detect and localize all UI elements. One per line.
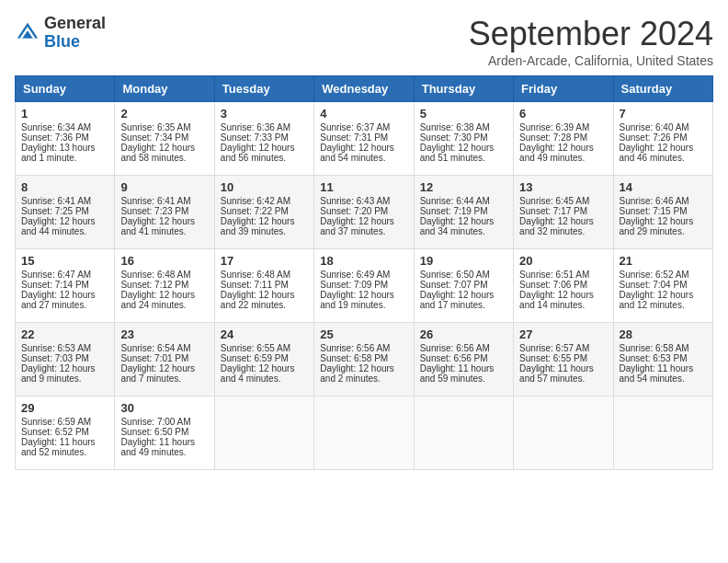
sunset-label: Sunset: 7:06 PM [519,280,587,290]
cell-day-22: 22Sunrise: 6:53 AMSunset: 7:03 PMDayligh… [16,323,115,396]
header-friday: Friday [514,76,613,102]
sunrise-label: Sunrise: 6:46 AM [620,196,689,206]
daylight-label: Daylight: 12 hours and 56 minutes. [221,143,295,163]
day-number: 9 [120,180,208,194]
sunset-label: Sunset: 7:33 PM [221,132,289,143]
sunset-label: Sunset: 7:01 PM [120,353,188,363]
sunset-label: Sunset: 7:23 PM [120,206,188,216]
week-row-3: 15Sunrise: 6:47 AMSunset: 7:14 PMDayligh… [16,249,713,323]
sunset-label: Sunset: 7:11 PM [221,280,289,290]
cell-day-2: 2Sunrise: 6:35 AMSunset: 7:34 PMDaylight… [115,102,214,176]
sunset-label: Sunset: 7:36 PM [21,132,89,143]
cell-day-13: 13Sunrise: 6:45 AMSunset: 7:17 PMDayligh… [514,176,613,249]
sunset-label: Sunset: 7:07 PM [420,280,488,290]
sunset-label: Sunset: 7:12 PM [120,280,188,290]
sunrise-label: Sunrise: 6:55 AM [221,343,290,353]
daylight-label: Daylight: 12 hours and 46 minutes. [620,143,694,163]
day-number: 18 [320,254,407,268]
sunrise-label: Sunrise: 6:48 AM [120,270,190,280]
cell-day-11: 11Sunrise: 6:43 AMSunset: 7:20 PMDayligh… [314,176,414,249]
header-monday: Monday [115,76,214,102]
day-number: 14 [620,180,707,194]
cell-day-6: 6Sunrise: 6:39 AMSunset: 7:28 PMDaylight… [514,102,613,176]
sunrise-label: Sunrise: 6:50 AM [420,270,490,280]
header-sunday: Sunday [16,76,115,102]
sunrise-label: Sunrise: 6:58 AM [620,343,689,353]
day-number: 1 [21,107,108,121]
sunset-label: Sunset: 7:25 PM [21,206,89,216]
daylight-label: Daylight: 12 hours and 51 minutes. [420,143,495,163]
day-number: 23 [120,327,208,341]
daylight-label: Daylight: 12 hours and 22 minutes. [221,290,295,310]
cell-day-18: 18Sunrise: 6:49 AMSunset: 7:09 PMDayligh… [314,249,414,323]
day-number: 17 [221,254,308,268]
days-header-row: Sunday Monday Tuesday Wednesday Thursday… [16,76,713,102]
sunset-label: Sunset: 6:52 PM [21,427,89,437]
cell-day-14: 14Sunrise: 6:46 AMSunset: 7:15 PMDayligh… [613,176,712,249]
day-number: 27 [519,327,607,341]
day-number: 28 [620,327,707,341]
day-number: 19 [420,254,507,268]
logo-icon [15,20,40,46]
sunrise-label: Sunrise: 6:39 AM [519,122,589,132]
daylight-label: Daylight: 11 hours and 59 minutes. [420,363,495,384]
daylight-label: Daylight: 12 hours and 49 minutes. [519,143,594,163]
sunset-label: Sunset: 6:58 PM [320,353,388,363]
sunrise-label: Sunrise: 6:42 AM [221,196,290,206]
daylight-label: Daylight: 12 hours and 14 minutes. [519,290,594,310]
sunrise-label: Sunrise: 6:44 AM [420,196,490,206]
cell-day-4: 4Sunrise: 6:37 AMSunset: 7:31 PMDaylight… [314,102,414,176]
sunset-label: Sunset: 7:09 PM [320,280,388,290]
cell-day-29: 29Sunrise: 6:59 AMSunset: 6:52 PMDayligh… [16,396,115,470]
cell-day-27: 27Sunrise: 6:57 AMSunset: 6:55 PMDayligh… [514,323,613,396]
daylight-label: Daylight: 13 hours and 1 minute. [21,143,96,163]
sunset-label: Sunset: 7:22 PM [221,206,289,216]
sunrise-label: Sunrise: 6:45 AM [519,196,589,206]
daylight-label: Daylight: 12 hours and 44 minutes. [21,216,96,236]
sunrise-label: Sunrise: 6:34 AM [21,122,91,132]
sunrise-label: Sunrise: 6:56 AM [320,343,390,353]
header-thursday: Thursday [414,76,513,102]
cell-day-8: 8Sunrise: 6:41 AMSunset: 7:25 PMDaylight… [16,176,115,249]
sunset-label: Sunset: 7:03 PM [21,353,89,363]
day-number: 16 [120,254,208,268]
empty-cell-w4-d3 [314,396,414,470]
cell-day-23: 23Sunrise: 6:54 AMSunset: 7:01 PMDayligh… [115,323,214,396]
daylight-label: Daylight: 12 hours and 9 minutes. [21,363,96,384]
cell-day-3: 3Sunrise: 6:36 AMSunset: 7:33 PMDaylight… [214,102,313,176]
sunset-label: Sunset: 6:53 PM [620,353,688,363]
sunrise-label: Sunrise: 6:41 AM [120,196,190,206]
empty-cell-w4-d2 [214,396,313,470]
sunrise-label: Sunrise: 6:54 AM [120,343,190,353]
cell-day-10: 10Sunrise: 6:42 AMSunset: 7:22 PMDayligh… [214,176,313,249]
day-number: 10 [221,180,308,194]
day-number: 21 [620,254,707,268]
sunrise-label: Sunrise: 6:38 AM [420,122,490,132]
week-row-5: 29Sunrise: 6:59 AMSunset: 6:52 PMDayligh… [16,396,713,470]
logo: General Blue [15,15,106,52]
sunrise-label: Sunrise: 6:49 AM [320,270,390,280]
daylight-label: Daylight: 12 hours and 32 minutes. [519,216,594,236]
sunset-label: Sunset: 7:26 PM [620,132,688,143]
daylight-label: Daylight: 12 hours and 29 minutes. [620,216,694,236]
daylight-label: Daylight: 12 hours and 27 minutes. [21,290,96,310]
cell-day-7: 7Sunrise: 6:40 AMSunset: 7:26 PMDaylight… [613,102,712,176]
daylight-label: Daylight: 12 hours and 24 minutes. [120,290,195,310]
cell-day-25: 25Sunrise: 6:56 AMSunset: 6:58 PMDayligh… [314,323,414,396]
sunset-label: Sunset: 7:19 PM [420,206,488,216]
sunset-label: Sunset: 7:28 PM [519,132,587,143]
logo-blue: Blue [44,32,80,51]
day-number: 4 [320,107,407,121]
daylight-label: Daylight: 12 hours and 41 minutes. [120,216,195,236]
header-tuesday: Tuesday [214,76,313,102]
day-number: 24 [221,327,308,341]
sunrise-label: Sunrise: 6:59 AM [21,417,91,427]
cell-day-12: 12Sunrise: 6:44 AMSunset: 7:19 PMDayligh… [414,176,513,249]
sunrise-label: Sunrise: 6:37 AM [320,122,390,132]
cell-day-15: 15Sunrise: 6:47 AMSunset: 7:14 PMDayligh… [16,249,115,323]
sunset-label: Sunset: 7:30 PM [420,132,488,143]
daylight-label: Daylight: 11 hours and 52 minutes. [21,437,96,457]
empty-cell-w4-d5 [514,396,613,470]
sunset-label: Sunset: 6:56 PM [420,353,488,363]
cell-day-19: 19Sunrise: 6:50 AMSunset: 7:07 PMDayligh… [414,249,513,323]
